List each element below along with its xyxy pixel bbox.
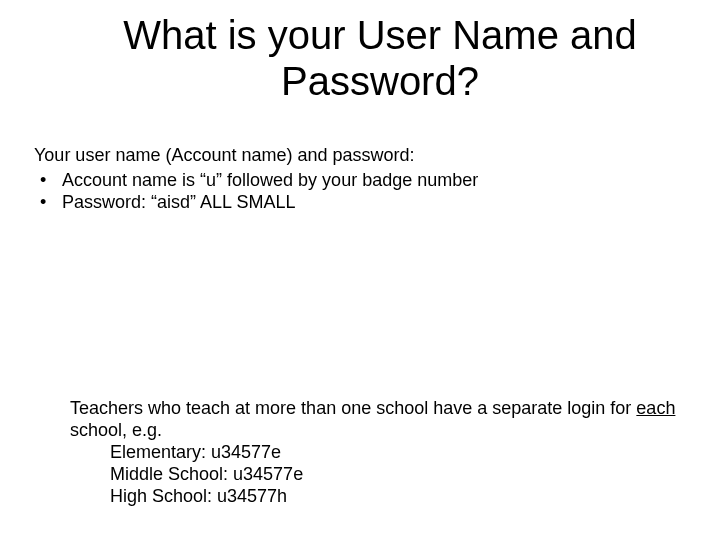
example-item: Middle School: u34577e bbox=[110, 464, 680, 486]
example-item: Elementary: u34577e bbox=[110, 442, 680, 464]
bullet-list: Account name is “u” followed by your bad… bbox=[34, 169, 674, 214]
note-text-pre: Teachers who teach at more than one scho… bbox=[70, 398, 636, 418]
credentials-block: Your user name (Account name) and passwo… bbox=[34, 144, 674, 214]
multischool-note: Teachers who teach at more than one scho… bbox=[70, 398, 680, 508]
note-text-post: school, e.g. bbox=[70, 420, 162, 440]
slide: What is your User Name and Password? You… bbox=[0, 0, 720, 540]
bullet-item: Account name is “u” followed by your bad… bbox=[34, 169, 674, 192]
slide-title: What is your User Name and Password? bbox=[120, 12, 640, 104]
intro-text: Your user name (Account name) and passwo… bbox=[34, 144, 674, 167]
note-underlined-word: each bbox=[636, 398, 675, 418]
bullet-item: Password: “aisd” ALL SMALL bbox=[34, 191, 674, 214]
example-item: High School: u34577h bbox=[110, 486, 680, 508]
example-list: Elementary: u34577e Middle School: u3457… bbox=[110, 442, 680, 508]
